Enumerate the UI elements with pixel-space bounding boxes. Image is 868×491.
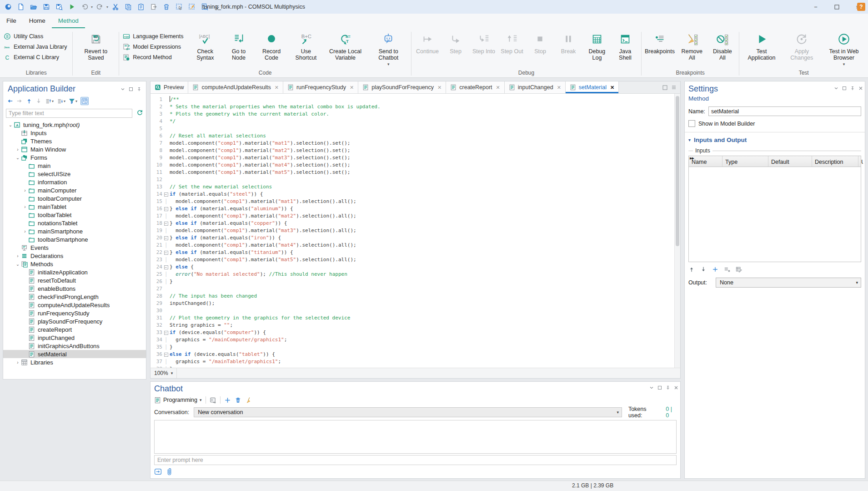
refresh-icon[interactable] [136, 109, 143, 116]
fold-toggle-icon[interactable]: − [162, 329, 170, 336]
ribbon-button-debug-log[interactable]: Debug Log [583, 29, 611, 61]
tree-chevron-icon[interactable]: ⌄ [15, 155, 20, 160]
open-icon[interactable] [28, 1, 39, 12]
ribbon-button-language-elements[interactable]: ABCLanguage Elements [121, 31, 185, 41]
panel-view-icon[interactable] [80, 97, 89, 105]
output-select[interactable]: None ▾ [716, 278, 861, 288]
close-tab-icon[interactable]: ✕ [610, 85, 614, 91]
close-tab-icon[interactable]: ✕ [557, 85, 561, 91]
tree-chevron-icon[interactable]: › [15, 253, 20, 258]
ribbon-button-utility-class[interactable]: Utility Class [2, 31, 69, 41]
editor-tab-computeAndUpdateResults[interactable]: computeAndUpdateResults✕ [188, 81, 283, 93]
tree-item-information[interactable]: information [3, 178, 146, 186]
zoom-level-select[interactable]: 100% ▾ [151, 368, 177, 378]
add-row-icon[interactable] [712, 266, 718, 273]
save-find-icon[interactable] [54, 1, 65, 12]
editor-tab-Preview[interactable]: Preview [151, 81, 188, 93]
panel-float-icon[interactable] [129, 87, 133, 91]
editor-tab-setMaterial[interactable]: setMaterial✕ [566, 81, 619, 93]
arrow-right-icon[interactable] [16, 98, 23, 104]
panel-pin-icon[interactable] [850, 86, 855, 91]
cut-icon[interactable] [110, 1, 121, 12]
editor-tab-createReport[interactable]: createReport✕ [446, 81, 504, 93]
tree-chevron-icon[interactable]: › [22, 204, 28, 209]
minimize-button[interactable]: − [805, 0, 826, 14]
chevron-down-icon[interactable]: ▾ [91, 5, 93, 9]
inputs-table[interactable]: NameTypeDefaultDescriptionUr ▶▶ [688, 156, 861, 262]
close-tab-icon[interactable]: ✕ [350, 85, 354, 91]
forward-doc-icon[interactable] [148, 1, 159, 12]
filter-input[interactable] [6, 109, 132, 118]
ribbon-tab-home[interactable]: Home [23, 14, 52, 28]
run-icon[interactable] [66, 1, 77, 12]
tree-item-Declarations[interactable]: ›Declarations [3, 252, 146, 260]
delete-conversation-icon[interactable] [235, 397, 241, 404]
tree-item-checkFindProngLength[interactable]: checkFindProngLength [3, 293, 146, 301]
close-tab-icon[interactable]: ✕ [275, 85, 279, 91]
tree-chevron-icon[interactable]: › [15, 360, 20, 365]
save-icon[interactable] [41, 1, 52, 12]
tree-item-Forms[interactable]: ⌄Forms [3, 153, 146, 162]
edit-table-icon[interactable] [736, 266, 742, 273]
clear-frame-icon[interactable] [186, 1, 197, 12]
panel-float-icon[interactable] [842, 86, 847, 91]
tree-item-setMaterial[interactable]: setMaterial [3, 350, 146, 358]
tree-chevron-icon[interactable]: ⌄ [8, 122, 13, 127]
ribbon-tab-file[interactable]: File [0, 14, 23, 28]
tree-chevron-icon[interactable]: › [15, 147, 20, 152]
tree-item-enableButtons[interactable]: enableButtons [3, 284, 146, 293]
ribbon-button-check-syntax[interactable]: [ABC]Check Syntax [187, 29, 223, 61]
tree-item-createReport[interactable]: createReport [3, 325, 146, 334]
tree-chevron-icon[interactable]: ⌄ [15, 262, 20, 267]
delete-icon[interactable] [161, 1, 172, 12]
tree-item-playSoundForFrequency[interactable]: playSoundForFrequency [3, 317, 146, 325]
tree-chevron-icon[interactable]: › [22, 229, 28, 234]
tree-item-notationsTablet[interactable]: notationsTablet [3, 219, 146, 227]
tree-item-Methods[interactable]: ⌄Methods [3, 260, 146, 268]
conversation-select[interactable]: New conversation ▾ [194, 407, 622, 417]
panel-chevron-icon[interactable] [120, 87, 125, 91]
tree-item-MainWindow[interactable]: ›Main Window [3, 145, 146, 153]
ribbon-button-java-shell[interactable]: Java Shell [611, 29, 639, 61]
ribbon-button-external-c-library[interactable]: CExternal C Library [2, 52, 69, 62]
ribbon-button-model-expressions[interactable]: a=Model Expressions [121, 41, 185, 52]
undo-icon[interactable] [79, 1, 90, 12]
tree-item-initGraphicsAndButtons[interactable]: initGraphicsAndButtons [3, 342, 146, 350]
help-button[interactable]: ? [857, 3, 865, 11]
tree-item-Events[interactable]: Events [3, 243, 146, 252]
attach-file-icon[interactable] [166, 468, 173, 476]
tree-item-initializeApplication[interactable]: initializeApplication [3, 268, 146, 276]
panel-close-icon[interactable] [674, 385, 678, 390]
ribbon-button-test-application[interactable]: Test Application [741, 29, 782, 61]
tree-item-Themes[interactable]: Themes [3, 137, 146, 145]
ribbon-button-disable-all[interactable]: Disable All [707, 29, 737, 61]
fold-toggle-icon[interactable]: − [162, 205, 170, 213]
ribbon-button-go-to-node[interactable]: Go to Node [223, 29, 254, 61]
editor-tab-inputChanged[interactable]: inputChanged✕ [505, 81, 566, 93]
chatbot-prompt-input[interactable] [154, 455, 677, 465]
close-tab-icon[interactable]: ✕ [437, 85, 442, 91]
select-frame-icon[interactable] [174, 1, 185, 12]
copy-icon[interactable] [123, 1, 134, 12]
method-name-input[interactable] [708, 106, 861, 116]
comsol-logo-icon[interactable] [3, 1, 14, 12]
panel-pin-icon[interactable] [137, 87, 141, 91]
collapse-list-icon[interactable]: ▾ [45, 98, 54, 104]
new-icon[interactable] [15, 1, 26, 12]
close-tab-icon[interactable]: ✕ [496, 85, 500, 91]
new-conversation-icon[interactable] [224, 397, 231, 404]
panel-pin-icon[interactable] [666, 385, 670, 390]
panel-chevron-icon[interactable] [834, 86, 838, 91]
ribbon-button-breakpoints[interactable]: Breakpoints [643, 29, 676, 55]
editor-scrollbar[interactable] [674, 94, 680, 368]
tree-chevron-icon[interactable]: › [22, 188, 28, 193]
fold-toggle-icon[interactable]: − [162, 351, 170, 358]
ribbon-button-send-to-chatbot[interactable]: Send to Chatbot▾ [367, 29, 409, 67]
panel-float-icon[interactable] [657, 385, 662, 390]
chatbot-mode-select[interactable]: Programming ▾ [154, 397, 202, 404]
tree-item-toolbarSmartphone[interactable]: toolbarSmartphone [3, 235, 146, 243]
ribbon-button-record-code[interactable]: Record Code [254, 29, 289, 61]
expand-list-icon[interactable]: ▾ [57, 98, 65, 104]
ribbon-button-use-shortcut[interactable]: B+CUse Shortcut [289, 29, 323, 61]
fold-toggle-icon[interactable]: − [162, 191, 170, 198]
